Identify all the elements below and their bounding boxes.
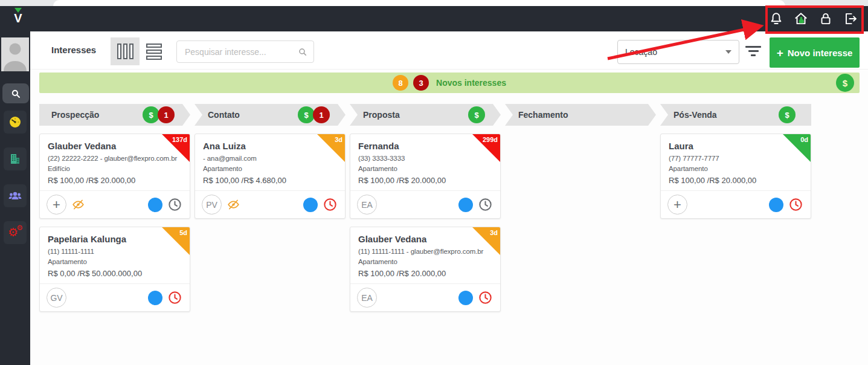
card-footer-right [769, 197, 803, 212]
status-dot[interactable] [303, 198, 318, 212]
notifications-bell-icon[interactable] [768, 11, 784, 27]
clock-icon[interactable] [167, 197, 182, 212]
column-header[interactable]: Pós-Venda $ [660, 104, 811, 126]
card-values: R$ 100,00 /R$ 20.000,00 [358, 175, 492, 186]
money-badge: $ [143, 106, 159, 123]
orange-count-badge: 8 [393, 75, 408, 91]
topbar: V [0, 6, 868, 31]
kanban-column: Fechamento [505, 104, 656, 312]
column-cards: 3d Ana Luiza - ana@gmail.com Apartamento… [194, 134, 346, 219]
sidebar-search-button[interactable] [2, 83, 29, 103]
topbar-icons [768, 6, 858, 31]
logout-icon[interactable] [843, 11, 858, 27]
sidebar-item-companies[interactable] [4, 147, 27, 170]
clock-icon[interactable] [323, 197, 338, 212]
card-footer-right [458, 197, 493, 212]
age-label: 137d [172, 136, 187, 143]
money-icon[interactable]: $ [836, 74, 854, 92]
card-property: Apartamento [203, 164, 337, 174]
new-interests-banner: 8 3 Novos interesses $ [39, 73, 860, 93]
card-avatar-button[interactable]: EA [357, 195, 377, 215]
status-dot[interactable] [458, 198, 473, 212]
sidebar: ⚙⚙ [0, 31, 30, 365]
status-dot[interactable] [148, 291, 162, 305]
status-dot[interactable] [769, 198, 783, 212]
column-title: Fechamento [518, 110, 568, 120]
red-count-badge: 3 [413, 75, 429, 91]
kanban-board: Prospecção $ 1 137d Glauber Vedana (22) … [39, 104, 811, 312]
card-avatar-button[interactable]: + [47, 195, 66, 215]
money-badge: $ [298, 106, 315, 123]
browser-tab [53, 0, 785, 6]
card-footer: EA [350, 190, 500, 218]
column-header[interactable]: Prospecção $ 1 [39, 104, 190, 126]
card-footer: PV [195, 190, 345, 218]
card-property: Apartamento [358, 164, 492, 174]
kanban-view-button[interactable] [111, 37, 140, 65]
interest-card[interactable]: 299d Fernanda (33) 3333-3333 Apartamento… [350, 134, 501, 219]
money-badge: $ [779, 106, 796, 123]
card-property: Apartamento [669, 164, 803, 174]
gears-icon: ⚙⚙ [8, 225, 22, 240]
users-group-icon [8, 189, 22, 203]
clock-icon[interactable] [788, 197, 803, 212]
sidebar-item-settings[interactable]: ⚙⚙ [4, 221, 27, 244]
sidebar-menu: ⚙⚙ [0, 111, 30, 244]
user-avatar[interactable] [1, 37, 29, 71]
status-dot[interactable] [148, 198, 162, 212]
banner-label: Novos interesses [436, 78, 506, 88]
card-avatar-button[interactable]: PV [202, 195, 222, 215]
age-label: 299d [483, 136, 498, 143]
card-footer-right [148, 290, 182, 305]
card-footer-right [148, 197, 182, 212]
card-avatar-button[interactable]: GV [47, 288, 66, 308]
status-dot[interactable] [458, 291, 473, 305]
sidebar-item-contacts[interactable] [4, 184, 27, 207]
home-access-icon[interactable] [793, 11, 809, 27]
list-view-button[interactable] [140, 37, 169, 65]
lock-icon[interactable] [818, 11, 834, 27]
interest-card[interactable]: 137d Glauber Vedana (22) 22222-2222 - gl… [39, 134, 190, 219]
type-filter-select[interactable]: Locação [617, 40, 739, 64]
clock-icon[interactable] [167, 290, 182, 305]
kanban-view-icon [117, 44, 133, 59]
list-view-icon [146, 44, 162, 60]
count-badge: 1 [158, 106, 175, 123]
plus-icon: + [777, 47, 783, 59]
app-logo[interactable]: V [10, 8, 26, 24]
search-input[interactable] [177, 47, 298, 57]
card-footer-right [458, 290, 493, 305]
sidebar-item-dashboard[interactable] [4, 111, 27, 134]
card-footer: GV [40, 283, 190, 311]
card-footer-right [303, 197, 338, 212]
column-header[interactable]: Proposta $ [350, 104, 501, 126]
eye-slash-icon [72, 198, 85, 211]
column-header[interactable]: Contato $ 1 [194, 104, 346, 126]
kanban-column: Proposta $ 299d Fernanda (33) 3333-3333 … [350, 104, 501, 312]
card-avatar-button[interactable]: EA [357, 288, 377, 308]
kanban-column: Prospecção $ 1 137d Glauber Vedana (22) … [39, 104, 190, 312]
main: Interesses Locação + [30, 31, 868, 365]
card-avatar-button[interactable]: + [667, 195, 687, 215]
interest-card[interactable]: 3d Ana Luiza - ana@gmail.com Apartamento… [194, 134, 346, 219]
filter-button[interactable] [745, 46, 762, 57]
type-filter-value: Locação [625, 47, 657, 57]
interest-card[interactable]: 3d Glauber Vedana (11) 11111-1111 - glau… [350, 227, 501, 312]
column-header[interactable]: Fechamento [505, 104, 656, 126]
card-footer: + [40, 190, 190, 218]
interest-card[interactable]: 5d Papelaria Kalunga (11) 11111-1111 Apa… [39, 227, 190, 312]
new-interest-button[interactable]: + Novo interesse [770, 37, 860, 68]
clock-icon[interactable] [478, 197, 493, 212]
card-values: R$ 100,00 /R$ 20.000,00 [48, 175, 182, 186]
gauge-icon [8, 115, 22, 129]
toolbar: Interesses Locação + [30, 31, 868, 69]
kanban-column: Pós-Venda $ 0d Laura (77) 77777-7777 Apa… [660, 104, 811, 312]
search-icon[interactable] [298, 47, 307, 57]
card-values: R$ 0,00 /R$ 50.000.000,00 [48, 268, 182, 279]
interest-card[interactable]: 0d Laura (77) 77777-7777 Apartamento R$ … [660, 134, 811, 219]
column-cards: 299d Fernanda (33) 3333-3333 Apartamento… [350, 134, 501, 312]
search-box [176, 40, 314, 63]
logo-letter: V [14, 12, 22, 24]
clock-icon[interactable] [478, 290, 493, 305]
money-badge: $ [468, 106, 485, 123]
